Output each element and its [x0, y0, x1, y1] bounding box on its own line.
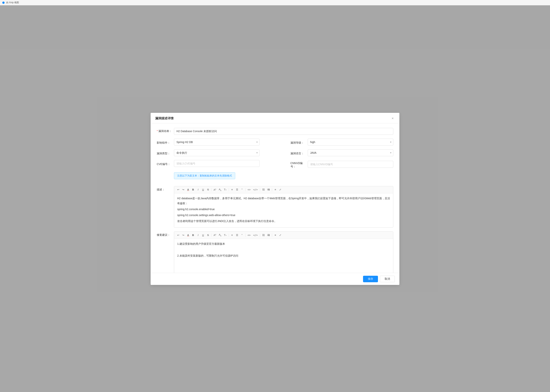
description-rich-text: ↩ ↪ A B I U S As As T× ≡: [174, 186, 393, 228]
code-block-button[interactable]: </>: [252, 188, 258, 192]
vuln-level-select-wrapper: low medium high critical: [308, 139, 393, 146]
fix-fullscreen-button[interactable]: ⤢: [278, 233, 282, 237]
cnnvd-label: CNNVD编号：: [291, 160, 308, 168]
unlink-button[interactable]: ⛓: [266, 188, 271, 192]
undo-button[interactable]: ↩: [176, 188, 180, 192]
cve-col: CVE编号：: [157, 160, 259, 167]
vuln-lang-label: 漏洞语言：: [291, 150, 308, 155]
cve-cnnvd-row: CVE编号： CNNVD编号：: [157, 160, 393, 168]
fix-link-button[interactable]: ⛓: [261, 233, 266, 237]
modal-title: 漏洞描述详情: [155, 116, 174, 120]
toolbar-divider-2: [229, 188, 229, 191]
fix-suggestion-label: 修复建议：: [157, 231, 174, 237]
toolbar-divider-5: [272, 188, 272, 191]
description-field: ↩ ↪ A B I U S As As T× ≡: [174, 186, 393, 228]
subscript-button[interactable]: As: [218, 187, 222, 192]
close-button[interactable]: ×: [390, 116, 395, 120]
save-button[interactable]: 保存: [363, 276, 378, 282]
toolbar-divider-4: [260, 188, 260, 191]
underline-button[interactable]: U: [201, 188, 205, 192]
fix-numbered-list-button[interactable]: ☰: [235, 233, 239, 237]
vuln-type-field: 命令执行 SQL注入 XSS: [174, 149, 259, 156]
affected-component-field: Spring H2 DB Spring Boot Hibernate: [174, 139, 259, 146]
fix-suggestion-row: 修复建议： ↩ ↪ A B I U S As As: [157, 231, 393, 277]
fix-suggestion-content[interactable]: 1.建议受影响的用户升级至官方最新版本 2.未能及时安装新版的，可限制只允许可信…: [174, 239, 393, 277]
modal-header: 漏洞描述详情 ×: [151, 113, 399, 123]
vuln-type-select[interactable]: 命令执行 SQL注入 XSS: [174, 149, 259, 156]
cnnvd-col: CNNVD编号：: [291, 160, 393, 168]
numbered-list-button[interactable]: ☰: [235, 188, 239, 192]
fix-underline-button[interactable]: U: [201, 233, 205, 237]
fix-bullet-list-button[interactable]: ≡: [230, 233, 234, 237]
fix-font-color-button[interactable]: A: [186, 233, 190, 237]
vuln-level-field: low medium high critical: [308, 139, 393, 146]
fix-italic-button[interactable]: I: [196, 233, 200, 237]
bold-button[interactable]: B: [191, 188, 195, 192]
affected-component-select-wrapper: Spring H2 DB Spring Boot Hibernate: [174, 139, 259, 146]
bullet-list-button[interactable]: ≡: [230, 188, 234, 192]
fix-inline-code-button[interactable]: <>: [247, 233, 252, 237]
fix-clear-format-button[interactable]: T×: [223, 233, 227, 237]
redo-button[interactable]: ↪: [181, 188, 185, 192]
fix-subscript-button[interactable]: As: [218, 233, 222, 237]
cancel-button[interactable]: 取消: [380, 276, 395, 282]
font-color-button[interactable]: A: [186, 188, 190, 192]
vuln-name-row: 漏洞名称：: [157, 128, 393, 135]
vuln-type-label: 漏洞类型：: [157, 150, 174, 155]
vuln-name-label: 漏洞名称：: [157, 128, 174, 133]
affected-component-label: 影响组件：: [157, 140, 174, 145]
app-icon: [2, 1, 5, 4]
modal-overlay: 由 Xnip 截图 漏洞描述详情 × 漏洞名称： 影响组件：: [0, 0, 550, 392]
affected-component-select[interactable]: Spring H2 DB Spring Boot Hibernate: [174, 139, 259, 146]
fix-toolbar-divider-4: [260, 234, 260, 237]
blockquote-button[interactable]: ": [240, 188, 244, 192]
description-row: 描述： ↩ ↪ A B I U S As As: [157, 186, 393, 228]
description-label: 描述：: [157, 186, 174, 191]
vuln-name-input[interactable]: [174, 128, 393, 135]
vuln-level-select[interactable]: low medium high critical: [308, 139, 393, 146]
align-button[interactable]: ≡: [273, 188, 278, 192]
cnnvd-field: [308, 161, 393, 168]
vuln-lang-col: 漏洞语言： JAVA PHP Python Go: [291, 149, 393, 156]
fix-redo-button[interactable]: ↪: [181, 233, 185, 237]
fix-align-button[interactable]: ≡: [273, 233, 278, 237]
fix-toolbar-divider-5: [272, 234, 272, 237]
info-banner: 注意以下为富文本：复制粘贴来的文本先清除格式: [174, 172, 235, 179]
cnnvd-input[interactable]: [308, 161, 393, 168]
vuln-lang-select-wrapper: JAVA PHP Python Go: [308, 149, 393, 156]
fix-code-block-button[interactable]: </>: [252, 233, 258, 237]
fix-unlink-button[interactable]: ⛓: [266, 233, 271, 237]
description-content[interactable]: H2 database是一款Java内存数据库，多用于单元测试。H2 datab…: [174, 193, 393, 227]
vuln-lang-select[interactable]: JAVA PHP Python Go: [308, 149, 393, 156]
vuln-type-col: 漏洞类型： 命令执行 SQL注入 XSS: [157, 149, 259, 156]
affected-component-col: 影响组件： Spring H2 DB Spring Boot Hibernate: [157, 139, 259, 146]
vuln-lang-field: JAVA PHP Python Go: [308, 149, 393, 156]
link-button[interactable]: ⛓: [261, 188, 266, 192]
fix-strikethrough-button[interactable]: S: [206, 233, 210, 237]
fix-toolbar-divider-2: [229, 234, 229, 237]
fix-suggestion-toolbar: ↩ ↪ A B I U S As As T× ≡: [174, 231, 393, 239]
fix-bold-button[interactable]: B: [191, 233, 195, 237]
fix-suggestion-field: ↩ ↪ A B I U S As As T× ≡: [174, 231, 393, 277]
clear-format-button[interactable]: T×: [223, 188, 227, 192]
fix-undo-button[interactable]: ↩: [176, 233, 180, 237]
type-lang-row: 漏洞类型： 命令执行 SQL注入 XSS 漏洞语言：: [157, 149, 393, 156]
inline-code-button[interactable]: <>: [247, 188, 252, 192]
vuln-type-select-wrapper: 命令执行 SQL注入 XSS: [174, 149, 259, 156]
strikethrough-button[interactable]: S: [206, 188, 210, 192]
vuln-level-col: 漏洞等级： low medium high critical: [291, 139, 393, 146]
modal-body: 漏洞名称： 影响组件： Spring H2 DB Spring Boot Hib…: [151, 123, 399, 285]
cve-field: [174, 160, 259, 167]
fix-superscript-button[interactable]: As: [213, 233, 217, 237]
vuln-level-label: 漏洞等级：: [291, 140, 308, 145]
superscript-button[interactable]: As: [213, 188, 217, 192]
cve-input[interactable]: [174, 160, 259, 167]
italic-button[interactable]: I: [196, 188, 200, 192]
vuln-name-field: [174, 128, 393, 135]
info-banner-row: 注意以下为富文本：复制粘贴来的文本先清除格式: [174, 172, 393, 182]
fix-blockquote-button[interactable]: ": [240, 233, 244, 237]
cve-label: CVE编号：: [157, 161, 174, 166]
component-level-row: 影响组件： Spring H2 DB Spring Boot Hibernate: [157, 139, 393, 146]
fullscreen-button[interactable]: ⤢: [278, 188, 282, 192]
fix-suggestion-rich-text: ↩ ↪ A B I U S As As T× ≡: [174, 231, 393, 277]
